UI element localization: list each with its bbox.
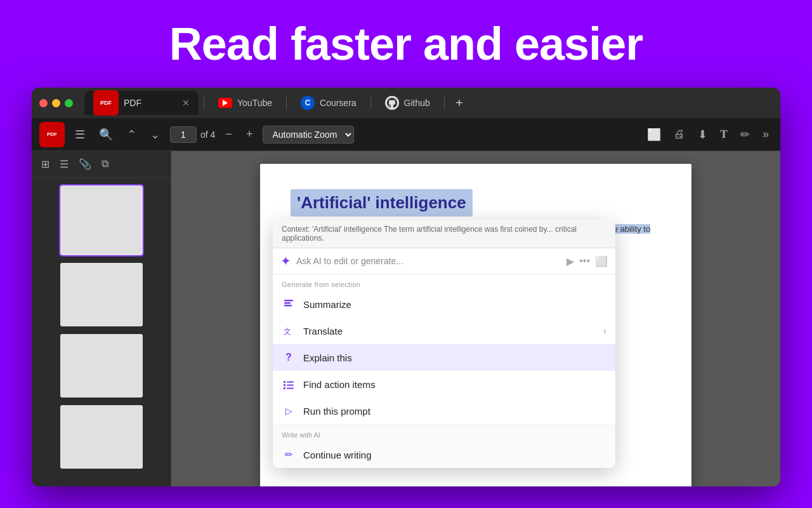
ai-more-options-button[interactable]: ••• — [579, 255, 590, 267]
pdf-toolbar: PDF ☰ 🔍 ⌃ ⌄ 1 of 4 − + Automatic Zoom Ac… — [32, 118, 780, 151]
maximize-traffic-light[interactable] — [65, 99, 73, 107]
browser-window: PDF PDF ✕ YouTube C Coursera Github — [32, 88, 780, 486]
tab-youtube[interactable]: YouTube — [209, 91, 281, 115]
run-prompt-icon: ▷ — [282, 404, 296, 418]
tab-separator-3 — [370, 97, 371, 109]
find-actions-label: Find action items — [303, 379, 375, 390]
annotation-tool[interactable]: ✏ — [737, 125, 754, 144]
hero-section: Read faster and easier — [0, 0, 812, 88]
svg-rect-9 — [287, 388, 294, 389]
coursera-favicon: C — [301, 96, 315, 110]
sidebar-tools: ⊞ ☰ 📎 ⧉ — [32, 151, 171, 178]
toolbar-right-actions: ⬜ 🖨 ⬇ 𝐓 ✏ » — [643, 125, 773, 144]
zoom-out-button[interactable]: − — [221, 125, 236, 144]
ai-write-section-label: Write with AI — [273, 425, 615, 441]
sidebar-toggle-button[interactable]: ☰ — [71, 125, 89, 144]
main-content-area: ⊞ ☰ 📎 ⧉ 'Artificial' intelligence — [32, 151, 780, 486]
traffic-lights — [39, 99, 73, 107]
pdf-view-area: 'Artificial' intelligence 1956 when he u… — [171, 151, 780, 486]
find-actions-icon — [282, 377, 296, 391]
sidebar-layers-button[interactable]: ⧉ — [98, 156, 112, 172]
ai-send-button[interactable]: ▶ — [566, 255, 574, 267]
pdf-favicon: PDF — [93, 90, 119, 116]
prev-page-button[interactable]: ⌃ — [123, 125, 140, 144]
page-navigation: 1 of 4 — [170, 126, 215, 143]
thumbnail-page-3[interactable] — [60, 334, 143, 398]
ai-generate-section-label: Generate from selection — [273, 274, 615, 291]
summarize-label: Summarize — [303, 299, 351, 310]
print-button[interactable]: 🖨 — [670, 125, 689, 144]
tab-separator-4 — [444, 97, 445, 109]
open-new-window-button[interactable]: ⬜ — [643, 125, 665, 144]
search-button[interactable]: 🔍 — [95, 125, 117, 144]
sidebar-thumbnails-button[interactable]: ⊞ — [38, 156, 53, 172]
svg-rect-7 — [287, 385, 294, 386]
continue-writing-label: Continue writing — [303, 450, 372, 460]
thumbnail-page-4[interactable] — [60, 405, 143, 469]
ai-expand-button[interactable]: ⬜ — [595, 255, 608, 267]
ai-write-section: Write with AI ✏ Continue writing — [273, 425, 615, 468]
svg-rect-2 — [284, 305, 292, 307]
article-title-container: 'Artificial' intelligence — [291, 189, 661, 217]
ai-run-prompt-item[interactable]: ▷ Run this prompt — [273, 398, 615, 424]
pdf-app-icon: PDF — [39, 122, 65, 147]
thumbnail-page-1[interactable] — [60, 185, 143, 255]
minimize-traffic-light[interactable] — [52, 99, 60, 107]
text-select-tool[interactable]: 𝐓 — [716, 125, 731, 144]
github-favicon — [385, 96, 399, 110]
pdf-sidebar: ⊞ ☰ 📎 ⧉ — [32, 151, 171, 486]
add-tab-button[interactable]: + — [450, 93, 469, 112]
youtube-favicon — [218, 98, 232, 108]
ai-sparkle-icon: ✦ — [280, 253, 291, 269]
ai-find-actions-item[interactable]: Find action items — [273, 371, 615, 398]
thumbnail-page-2[interactable] — [60, 263, 143, 326]
ai-explain-item[interactable]: ? Explain this — [273, 344, 615, 371]
ai-translate-item[interactable]: 文 Translate › — [273, 318, 615, 344]
svg-rect-5 — [287, 382, 294, 383]
tab-separator-1 — [204, 97, 204, 109]
thumbnail-list — [32, 178, 171, 476]
svg-rect-6 — [284, 384, 285, 386]
tab-close-button[interactable]: ✕ — [182, 98, 190, 108]
svg-rect-4 — [284, 381, 285, 383]
tab-separator-2 — [286, 97, 287, 109]
close-traffic-light[interactable] — [39, 99, 48, 107]
ai-popup: Context: 'Artificial' intelligence The t… — [273, 220, 615, 468]
tab-pdf-label: PDF — [124, 98, 141, 108]
svg-rect-1 — [284, 302, 291, 304]
translate-arrow: › — [603, 326, 606, 336]
ai-summarize-item[interactable]: Summarize — [273, 291, 615, 318]
tab-coursera[interactable]: C Coursera — [292, 91, 365, 115]
svg-rect-0 — [284, 300, 293, 302]
article-title: 'Artificial' intelligence — [291, 189, 473, 217]
download-button[interactable]: ⬇ — [694, 125, 711, 144]
summarize-icon — [282, 297, 296, 311]
explain-icon: ? — [282, 351, 296, 364]
ai-input-row[interactable]: ✦ Ask AI to edit or generate... ▶ ••• ⬜ — [273, 248, 615, 274]
sidebar-outline-button[interactable]: ☰ — [56, 156, 72, 172]
run-prompt-label: Run this prompt — [303, 406, 370, 417]
continue-writing-icon: ✏ — [282, 448, 296, 462]
page-number-input[interactable]: 1 — [170, 126, 197, 143]
svg-text:文: 文 — [284, 327, 291, 336]
next-page-button[interactable]: ⌄ — [147, 125, 164, 144]
more-tools-button[interactable]: » — [759, 125, 773, 144]
browser-tab-bar: PDF PDF ✕ YouTube C Coursera Github — [32, 88, 780, 118]
tab-youtube-label: YouTube — [237, 98, 272, 108]
translate-icon: 文 — [282, 324, 296, 338]
ai-input-field[interactable]: Ask AI to edit or generate... — [296, 256, 561, 266]
tab-github-label: Github — [404, 98, 430, 108]
zoom-select[interactable]: Automatic Zoom Actual Size Page Fit 100%… — [263, 126, 354, 144]
hero-heading: Read faster and easier — [0, 18, 812, 70]
translate-label: Translate — [303, 326, 343, 337]
sidebar-attachments-button[interactable]: 📎 — [75, 156, 95, 172]
ai-continue-writing-item[interactable]: ✏ Continue writing — [273, 441, 615, 468]
zoom-in-button[interactable]: + — [242, 125, 257, 144]
explain-label: Explain this — [303, 352, 352, 363]
tab-github[interactable]: Github — [376, 91, 439, 115]
svg-rect-8 — [284, 387, 285, 389]
tab-coursera-label: Coursera — [320, 98, 357, 108]
page-total: of 4 — [200, 130, 215, 140]
tab-pdf[interactable]: PDF PDF ✕ — [84, 91, 199, 115]
ai-context-text: Context: 'Artificial' intelligence The t… — [282, 225, 577, 243]
